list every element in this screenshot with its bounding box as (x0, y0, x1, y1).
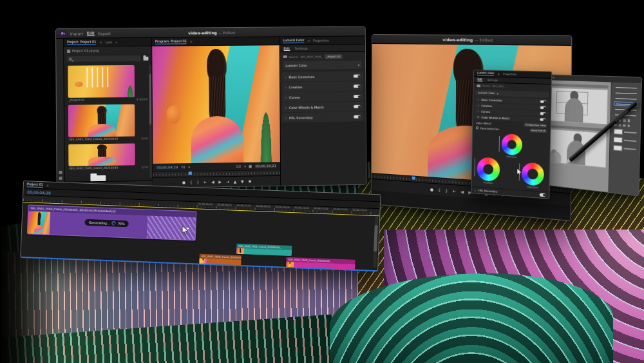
item-label: _Project 01 (69, 99, 85, 102)
mark-in-icon[interactable]: { (438, 188, 440, 191)
brush-stroke-option[interactable] (614, 90, 639, 95)
close-icon[interactable]: × (307, 39, 310, 43)
clip-magenta[interactable]: S01_Sh02_Tk05_Cam3_20250103_ (286, 257, 355, 270)
close-icon[interactable]: × (497, 72, 500, 75)
play-icon[interactable]: ▶ (219, 180, 222, 184)
close-icon[interactable]: × (190, 39, 193, 43)
wheel-slider[interactable] (474, 158, 475, 176)
section-toggle[interactable] (354, 115, 361, 119)
mark-out-icon[interactable]: } (445, 188, 448, 193)
midtones-wheel[interactable] (501, 133, 522, 155)
section-basic-correction[interactable]: › Basic Correction (282, 72, 363, 82)
wheel-slider[interactable] (499, 136, 500, 152)
step-forward-icon[interactable]: ⇥ (226, 180, 229, 184)
bin-folder-icon[interactable] (90, 175, 106, 181)
toolbar-dot-icon[interactable] (553, 77, 554, 79)
section-toggle[interactable] (540, 118, 545, 121)
project-item[interactable]: S01_Sh02_Tk05_Cam3_20250103 3;19 (68, 143, 148, 172)
go-to-in-icon[interactable]: ⇤ (453, 189, 456, 193)
layer-row[interactable] (614, 137, 636, 144)
close-icon[interactable]: × (99, 40, 102, 44)
chevron-right-icon: › (285, 75, 287, 79)
tab-lumetri-color[interactable]: Lumetri Color (283, 38, 304, 43)
section-color-wheels[interactable]: › Color Wheels & Match (282, 102, 363, 112)
playhead[interactable] (412, 176, 415, 179)
chevron-right-icon: › (285, 85, 287, 89)
ruler-timecode: 00;00;06;00 (218, 204, 232, 207)
lift-icon[interactable]: ▲ (234, 180, 237, 184)
tool-icon[interactable] (627, 119, 630, 122)
settings-wrench-icon[interactable] (249, 164, 252, 168)
tool-icon[interactable] (618, 124, 621, 126)
face-detection-checkbox[interactable] (476, 126, 478, 129)
playback-resolution-dropdown[interactable]: 1/2 (236, 164, 241, 168)
section-creative[interactable]: › Creative (282, 81, 363, 92)
marker-icon[interactable]: ● (430, 187, 433, 191)
subtab-settings[interactable]: Settings (295, 46, 308, 50)
section-toggle[interactable] (540, 106, 546, 110)
section-toggle[interactable] (540, 112, 545, 115)
step-back-icon[interactable]: ◀ (211, 180, 214, 184)
step-back-icon[interactable]: ◀ (460, 190, 464, 194)
export-frame-icon[interactable]: ✱ (248, 179, 251, 183)
storyboard-frame-1[interactable] (545, 87, 608, 124)
layer-row[interactable] (613, 145, 636, 152)
playhead[interactable] (189, 172, 192, 175)
section-curves[interactable]: › Curves (282, 92, 363, 102)
project-chip-button[interactable]: _Project 01 (325, 54, 343, 59)
clip-orange[interactable]: S01_Sh01_Tk02_Cam1_20250103_ (199, 254, 242, 266)
brush-stroke-option[interactable] (614, 96, 638, 101)
new-bin-folder-icon[interactable] (144, 56, 149, 60)
preset-dropdown[interactable]: Lumetri Color ▾ (283, 61, 363, 70)
close-icon[interactable]: × (46, 183, 49, 187)
go-to-in-icon[interactable]: ⇤ (204, 181, 207, 184)
ruler-timecode: 00;00;11;00 (314, 207, 328, 210)
tab-project[interactable]: Project: Project 01 (67, 40, 96, 45)
tab-properties[interactable]: Properties (503, 72, 516, 76)
section-toggle[interactable] (540, 193, 545, 197)
tool-icon[interactable] (59, 171, 62, 174)
section-toggle[interactable] (354, 95, 361, 99)
clip-teal[interactable]: S01_Sh04_Tk01_Cam4_20250103_ (236, 244, 292, 256)
tab-timeline[interactable]: Project 01 (27, 182, 43, 188)
brushes-panel (608, 82, 641, 195)
prop-lamp (167, 104, 181, 123)
tab-lumetri-color[interactable]: Lumetri Color (477, 71, 495, 76)
clip-icon (283, 55, 287, 58)
woman-sweater (191, 115, 243, 163)
extract-icon[interactable]: ▼ (241, 180, 244, 184)
midtones-label: Midtones (501, 155, 522, 159)
section-toggle[interactable] (354, 105, 361, 109)
section-toggle[interactable] (354, 84, 361, 88)
section-hsl-secondary[interactable]: › HSL Secondary (282, 112, 363, 123)
tab-lumetri-truncated[interactable]: Lum (105, 40, 112, 44)
mark-in-icon[interactable]: { (190, 181, 193, 184)
woman-sweater (88, 157, 115, 166)
tab-properties[interactable]: Properties (313, 39, 329, 43)
subtab-settings[interactable]: Settings (488, 78, 498, 81)
project-item[interactable]: _Project 01 4 Items (68, 65, 148, 103)
tool-icon[interactable] (59, 177, 62, 180)
brush-stroke-option[interactable] (614, 85, 639, 90)
section-toggle[interactable] (540, 100, 546, 103)
clip-generative-extend[interactable]: S01_Sh01_Tk04_CamA_20250103_-00;00;04;29… (27, 204, 197, 240)
search-input[interactable] (67, 55, 140, 62)
more-panels-icon[interactable]: » (115, 40, 117, 44)
marker-icon[interactable]: ● (182, 181, 185, 184)
tool-icon[interactable] (627, 124, 630, 127)
subtab-edit[interactable]: Edit (284, 46, 290, 51)
item-meta: 3;19 (142, 166, 148, 169)
project-scrollbar[interactable] (149, 65, 152, 178)
zoom-level-dropdown[interactable]: Fit (182, 165, 185, 169)
section-toggle[interactable] (354, 74, 361, 78)
tool-icon-row (614, 124, 636, 128)
highlights-wheel[interactable] (522, 162, 544, 186)
tab-program[interactable]: Program: Project 01 (155, 39, 187, 44)
shadows-wheel[interactable] (477, 157, 500, 181)
subtab-edit[interactable]: Edit (477, 77, 482, 81)
layer-row[interactable] (614, 129, 636, 136)
project-item[interactable]: S01_Sh01_Tk04_CamA_20250103 4;28 (68, 104, 149, 142)
mark-out-icon[interactable]: } (197, 181, 200, 184)
tool-icon[interactable] (623, 119, 625, 121)
tool-icon[interactable] (623, 124, 625, 126)
